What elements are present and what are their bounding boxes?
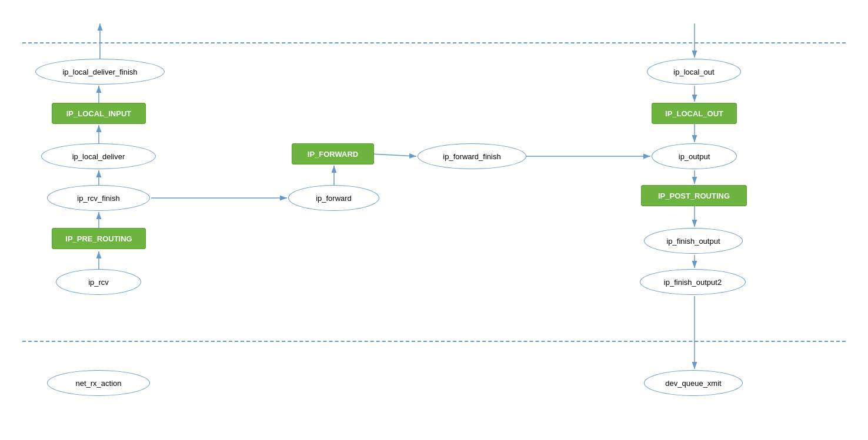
network-flow-diagram: ip_local_deliver_finish IP_LOCAL_INPUT i… — [0, 0, 868, 440]
node-ip-local-deliver: ip_local_deliver — [41, 143, 156, 169]
node-IP-FORWARD: IP_FORWARD — [292, 143, 374, 164]
node-ip-local-deliver-finish: ip_local_deliver_finish — [35, 59, 165, 85]
dashed-line-top — [22, 42, 846, 43]
node-ip-output: ip_output — [652, 143, 737, 169]
svg-line-10 — [370, 154, 416, 156]
dashed-line-bottom — [22, 341, 846, 342]
node-ip-local-out: ip_local_out — [647, 59, 741, 85]
node-ip-forward-finish: ip_forward_finish — [418, 143, 526, 169]
node-IP-POST-ROUTING: IP_POST_ROUTING — [641, 185, 747, 206]
node-ip-rcv: ip_rcv — [56, 269, 141, 295]
node-ip-finish-output: ip_finish_output — [644, 228, 743, 254]
node-IP-LOCAL-OUT: IP_LOCAL_OUT — [652, 103, 737, 124]
node-ip-forward: ip_forward — [288, 185, 379, 211]
node-dev-queue-xmit: dev_queue_xmit — [644, 370, 743, 396]
node-IP-PRE-ROUTING: IP_PRE_ROUTING — [52, 228, 146, 249]
node-ip-rcv-finish: ip_rcv_finish — [47, 185, 150, 211]
node-ip-finish-output2: ip_finish_output2 — [640, 269, 746, 295]
node-IP-LOCAL-INPUT: IP_LOCAL_INPUT — [52, 103, 146, 124]
node-net-rx-action: net_rx_action — [47, 370, 150, 396]
